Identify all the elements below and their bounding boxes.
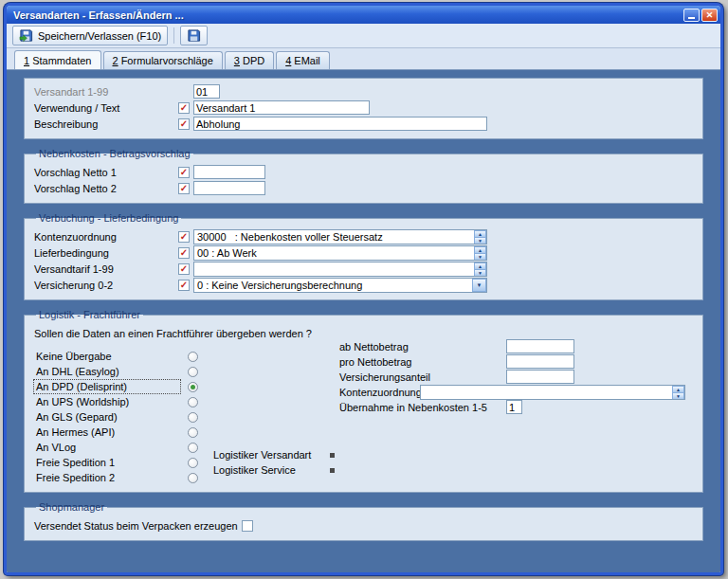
spin-up-icon[interactable]: ▲ bbox=[474, 262, 486, 270]
logistiker-versandart-label: Logistiker Versandart bbox=[213, 449, 311, 461]
pro-nettobetrag-input[interactable] bbox=[506, 354, 574, 369]
tab-email[interactable]: 4EMail bbox=[276, 51, 330, 69]
kontenzuordnung-combo[interactable]: 30000 : Nebenkosten voller Steuersatz ▲▼ bbox=[193, 229, 487, 244]
radio-an-dpd[interactable] bbox=[188, 382, 198, 392]
logistiker-service-indicator[interactable] bbox=[330, 468, 335, 473]
logistiker-versandart-indicator[interactable] bbox=[330, 453, 335, 458]
spin-down-icon[interactable]: ▼ bbox=[474, 270, 486, 277]
save-exit-button[interactable]: Speichern/Verlassen (F10) bbox=[12, 26, 168, 45]
spin-up-icon[interactable]: ▲ bbox=[474, 230, 486, 238]
logistik-kontenzuordnung-label: Kontenzuordnung bbox=[339, 387, 420, 398]
lieferbedingung-combo[interactable]: 00 : Ab Werk ▲▼ bbox=[193, 245, 487, 261]
versandtarif-checkbox[interactable]: ✓ bbox=[178, 263, 190, 275]
group-logistik: Logistik - Frachtführer Sollen die Daten… bbox=[24, 309, 703, 493]
radio-an-dhl[interactable] bbox=[188, 367, 198, 377]
group-verbuchung-title: Verbuchung - Lieferbedingung bbox=[36, 212, 181, 224]
versandart-input[interactable] bbox=[193, 84, 220, 99]
radio-an-ups[interactable] bbox=[188, 397, 198, 407]
minimize-button[interactable] bbox=[683, 9, 700, 22]
check-icon: ✓ bbox=[180, 232, 188, 242]
lieferbedingung-checkbox[interactable]: ✓ bbox=[178, 247, 190, 259]
save-button[interactable] bbox=[180, 26, 208, 45]
logistiker-block: Logistiker Versandart Logistiker Service bbox=[213, 447, 335, 478]
close-icon: ✕ bbox=[706, 10, 714, 20]
vorschlag1-checkbox[interactable]: ✓ bbox=[178, 167, 190, 178]
verwendung-checkbox[interactable]: ✓ bbox=[178, 102, 190, 114]
kontenzuordnung-row: Kontenzuordnung ✓ 30000 : Nebenkosten vo… bbox=[34, 228, 693, 244]
radio-an-gls[interactable] bbox=[188, 412, 198, 423]
logistik-kontenzuordnung-combo[interactable]: ▲▼ bbox=[420, 385, 685, 400]
versicherungsanteil-input[interactable] bbox=[506, 370, 574, 384]
spin-down-icon[interactable]: ▼ bbox=[474, 254, 486, 261]
radio-an-vlog[interactable] bbox=[188, 443, 198, 453]
radio-label-an-gls: An GLS (Gepard) bbox=[34, 410, 180, 424]
versicherungsanteil-row: Versicherungsanteil bbox=[339, 370, 685, 384]
uebernahme-input[interactable] bbox=[506, 400, 522, 414]
versicherung-checkbox[interactable]: ✓ bbox=[178, 280, 190, 291]
save-exit-icon bbox=[19, 28, 33, 43]
versandtarif-value bbox=[194, 262, 474, 276]
logistik-right-column: ab Nettobetrag pro Nettobetrag Versicher… bbox=[339, 339, 685, 415]
vorschlag2-input[interactable] bbox=[193, 181, 265, 195]
logistik-kontenzuordnung-spinner[interactable]: ▲▼ bbox=[672, 386, 684, 399]
versendet-status-checkbox[interactable] bbox=[242, 520, 253, 532]
uebernahme-row: Übernahme in Nebenkosten 1-5 bbox=[339, 400, 685, 414]
tab-accesskey: 3 bbox=[234, 55, 240, 66]
tab-formularvorschlaege[interactable]: 2Formularvorschläge bbox=[103, 51, 223, 69]
radio-freie-spedition-1[interactable] bbox=[188, 458, 198, 468]
spin-down-icon[interactable]: ▼ bbox=[474, 238, 486, 244]
vorschlag2-checkbox[interactable]: ✓ bbox=[178, 183, 190, 194]
app-window: Versandarten - Erfassen/Ändern ... ✕ Spe… bbox=[4, 3, 723, 575]
pro-nettobetrag-row: pro Nettobetrag bbox=[339, 354, 685, 369]
vorschlag1-input[interactable] bbox=[193, 165, 265, 179]
versandtarif-combo[interactable]: ▲▼ bbox=[193, 262, 487, 277]
group-shopmanager-title: Shopmanager bbox=[36, 501, 107, 513]
beschreibung-label: Beschreibung bbox=[34, 118, 178, 130]
toolbar: Speichern/Verlassen (F10) bbox=[7, 24, 720, 48]
versandart-row: Versandart 1-99 bbox=[34, 83, 693, 100]
spin-down-icon[interactable]: ▼ bbox=[672, 393, 684, 400]
spin-up-icon[interactable]: ▲ bbox=[672, 386, 684, 393]
ab-nettobetrag-input[interactable] bbox=[506, 339, 574, 353]
ab-nettobetrag-row: ab Nettobetrag bbox=[339, 339, 685, 353]
lieferbedingung-label: Lieferbedingung bbox=[34, 247, 178, 259]
logistiker-service-label: Logistiker Service bbox=[213, 464, 296, 476]
check-icon: ✓ bbox=[180, 184, 188, 193]
kontenzuordnung-checkbox[interactable]: ✓ bbox=[178, 231, 190, 243]
radio-freie-spedition-2[interactable] bbox=[188, 473, 198, 483]
lieferbedingung-spinner[interactable]: ▲▼ bbox=[474, 246, 486, 260]
verwendung-input[interactable] bbox=[193, 100, 370, 115]
titlebar[interactable]: Versandarten - Erfassen/Ändern ... ✕ bbox=[7, 6, 720, 24]
group-nebenkosten: Nebenkosten - Betragsvorschlag Vorschlag… bbox=[24, 148, 703, 204]
radio-row: An Hermes (API) bbox=[34, 425, 693, 440]
beschreibung-input[interactable] bbox=[193, 117, 487, 131]
vorschlag2-label: Vorschlag Netto 2 bbox=[34, 183, 178, 194]
check-icon: ✓ bbox=[180, 248, 188, 258]
pro-nettobetrag-label: pro Nettobetrag bbox=[339, 356, 506, 368]
tab-label: Stammdaten bbox=[32, 55, 91, 66]
radio-an-hermes[interactable] bbox=[188, 427, 198, 438]
logistiker-service-row: Logistiker Service bbox=[213, 462, 335, 478]
kontenzuordnung-spinner[interactable]: ▲▼ bbox=[474, 230, 486, 244]
vorschlag2-row: Vorschlag Netto 2 ✓ bbox=[34, 180, 693, 196]
versicherungsanteil-label: Versicherungsanteil bbox=[339, 371, 506, 383]
ab-nettobetrag-label: ab Nettobetrag bbox=[339, 341, 506, 353]
group-nebenkosten-title: Nebenkosten - Betragsvorschlag bbox=[36, 148, 193, 159]
group-logistik-title: Logistik - Frachtführer bbox=[36, 309, 143, 320]
close-button[interactable]: ✕ bbox=[701, 9, 718, 22]
dropdown-arrow-icon[interactable]: ▼ bbox=[472, 279, 486, 292]
spin-up-icon[interactable]: ▲ bbox=[474, 246, 486, 254]
beschreibung-row: Beschreibung ✓ bbox=[34, 116, 693, 132]
beschreibung-checkbox[interactable]: ✓ bbox=[178, 118, 190, 130]
tab-label: DPD bbox=[243, 55, 264, 66]
versandtarif-spinner[interactable]: ▲▼ bbox=[474, 262, 486, 276]
group-stammdaten: Versandart 1-99 Verwendung / Text ✓ Besc… bbox=[24, 78, 703, 139]
radio-keine-uebergabe[interactable] bbox=[188, 352, 198, 362]
content-panel: Versandart 1-99 Verwendung / Text ✓ Besc… bbox=[7, 69, 720, 572]
versandtarif-row: Versandtarif 1-99 ✓ ▲▼ bbox=[34, 261, 693, 277]
versicherung-combo[interactable]: 0 : Keine Versicherungsberechnung ▼ bbox=[193, 278, 487, 293]
tab-dpd[interactable]: 3DPD bbox=[225, 51, 274, 69]
tab-stammdaten[interactable]: 1Stammdaten bbox=[14, 50, 101, 69]
radio-label-keine-uebergabe: Keine Übergabe bbox=[34, 350, 180, 363]
save-exit-label: Speichern/Verlassen (F10) bbox=[38, 30, 161, 42]
